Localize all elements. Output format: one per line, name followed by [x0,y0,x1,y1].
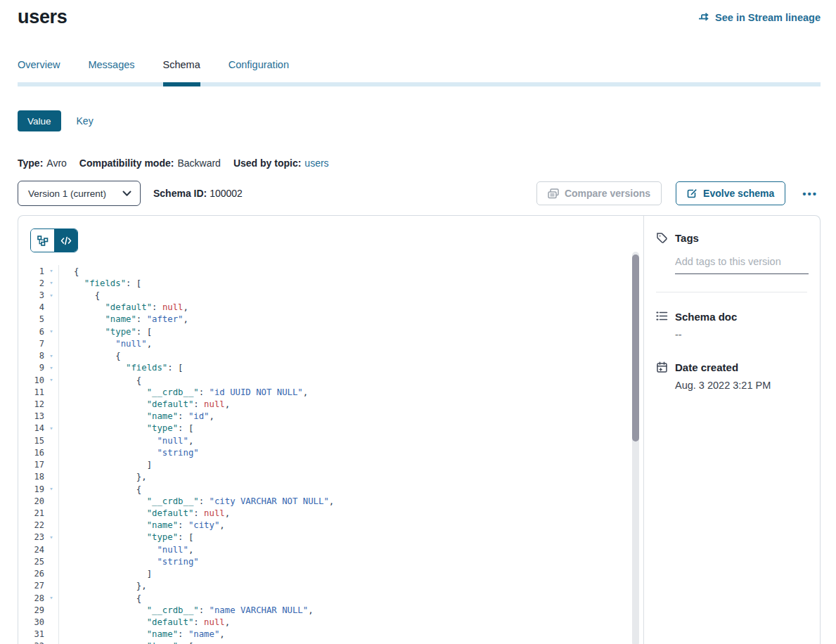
code-text: "default": null, [58,507,629,519]
code-text: "default": null, [58,398,629,410]
tree-view-button[interactable] [31,229,54,252]
code-line: 16 "string" [18,446,629,458]
code-line: 6▾ "type": [ [18,326,629,337]
tab-overview[interactable]: Overview [18,59,60,82]
code-line: 21 "default": null, [18,507,629,519]
list-icon [656,311,668,323]
date-created-section: Date created Aug. 3 2022 3:21 PM [656,361,807,391]
fold-toggle-icon[interactable]: ▾ [44,292,58,299]
value-key-toggle: Value Key [18,110,821,131]
used-by-topic-label: Used by topic: [233,157,301,169]
code-line: 18 }, [18,471,629,483]
fold-toggle-icon[interactable]: ▾ [44,268,58,274]
date-created-title: Date created [675,361,738,373]
line-number: 9 [18,363,44,373]
code-text: "name": "id", [58,411,629,423]
line-number: 18 [18,472,44,482]
code-text: { [58,483,629,495]
evolve-schema-icon [687,188,697,199]
compatibility-value: Backward [177,157,220,169]
code-line: 15 "null", [18,434,629,446]
line-number: 12 [18,399,44,409]
line-number: 22 [18,520,44,530]
code-view-button[interactable] [54,229,77,252]
code-line: 24 "null", [18,543,629,555]
line-number: 29 [18,605,44,615]
tab-track [18,82,821,86]
line-number: 15 [18,436,44,446]
line-number: 16 [18,448,44,458]
line-number: 13 [18,411,44,421]
code-text: "type": [ [58,640,629,644]
line-number: 20 [18,496,44,506]
fold-toggle-icon[interactable]: ▾ [44,280,58,286]
fold-toggle-icon[interactable]: ▾ [44,425,58,432]
evolve-schema-button[interactable]: Evolve schema [676,181,785,205]
code-line: 9▾ "fields": [ [18,362,629,374]
code-text: "__crdb__": "id UUID NOT NULL", [58,386,629,398]
code-line: 2▾ "fields": [ [18,277,629,289]
fold-toggle-icon[interactable]: ▾ [44,534,58,541]
code-line: 14▾ "type": [ [18,423,629,434]
fold-toggle-icon[interactable]: ▾ [44,377,58,383]
code-text: ] [58,459,629,471]
tab-configuration[interactable]: Configuration [229,59,289,82]
code-line: 26 ] [18,567,629,579]
view-mode-toggle [30,228,78,252]
fold-toggle-icon[interactable]: ▾ [44,353,58,359]
stream-lineage-link[interactable]: See in Stream lineage [698,12,821,23]
line-number: 25 [18,557,44,567]
fold-toggle-icon[interactable]: ▾ [44,595,58,601]
code-line: 8▾ { [18,350,629,362]
active-tab-indicator [163,82,200,86]
line-number: 10 [18,375,44,385]
code-text: ] [58,567,629,579]
tab-schema[interactable]: Schema [163,59,200,82]
line-number: 3 [18,290,44,300]
code-text: { [58,374,629,386]
code-line: 1▾{ [18,265,629,277]
version-select[interactable]: Version 1 (current) [18,181,141,206]
fold-toggle-icon[interactable]: ▾ [44,486,58,492]
code-line: 3▾ { [18,289,629,301]
code-line: 20 "__crdb__": "city VARCHAR NOT NULL", [18,495,629,507]
code-line: 17 ] [18,459,629,471]
line-number: 4 [18,302,44,312]
code-text: { [58,350,629,362]
tab-messages[interactable]: Messages [88,59,134,82]
line-number: 17 [18,460,44,470]
fold-toggle-icon[interactable]: ▾ [44,328,58,335]
more-options-button[interactable]: ••• [799,188,821,200]
code-text: "type": [ [58,326,629,337]
code-line: 11 "__crdb__": "id UUID NOT NULL", [18,386,629,398]
code-view-icon [60,236,72,245]
schema-code-pane: 1▾{2▾ "fields": [3▾ {4 "default": null,5… [18,216,644,644]
key-toggle-button[interactable]: Key [77,115,94,127]
line-number: 1 [18,266,44,276]
code-line: 13 "name": "id", [18,411,629,423]
line-number: 6 [18,327,44,337]
sidebar-divider [656,292,807,292]
schema-id-value: 100002 [210,188,243,199]
code-scrollbar[interactable] [632,252,639,644]
fold-toggle-icon[interactable]: ▾ [44,365,58,371]
schema-page: users See in Stream lineage Overview Mes… [0,0,836,644]
code-text: "default": null, [58,302,629,314]
line-number: 23 [18,532,44,542]
code-text: { [58,265,629,277]
topic-link[interactable]: users [304,157,328,169]
code-text: { [58,592,629,604]
schema-sidebar: Tags Schema doc -- [644,216,820,644]
code-text: "name": "name", [58,629,629,640]
code-scrollbar-thumb[interactable] [632,255,639,442]
tags-input[interactable] [675,256,809,274]
value-toggle-button[interactable]: Value [18,110,61,131]
code-text: "null", [58,543,629,555]
line-number: 2 [18,278,44,288]
code-line: 28▾ { [18,592,629,604]
compare-versions-button[interactable]: Compare versions [536,181,662,205]
stream-lineage-icon [698,13,710,22]
tab-bar: Overview Messages Schema Configuration [18,59,821,86]
schema-id-label: Schema ID: [153,188,207,199]
code-text: "name": "after", [58,314,629,326]
